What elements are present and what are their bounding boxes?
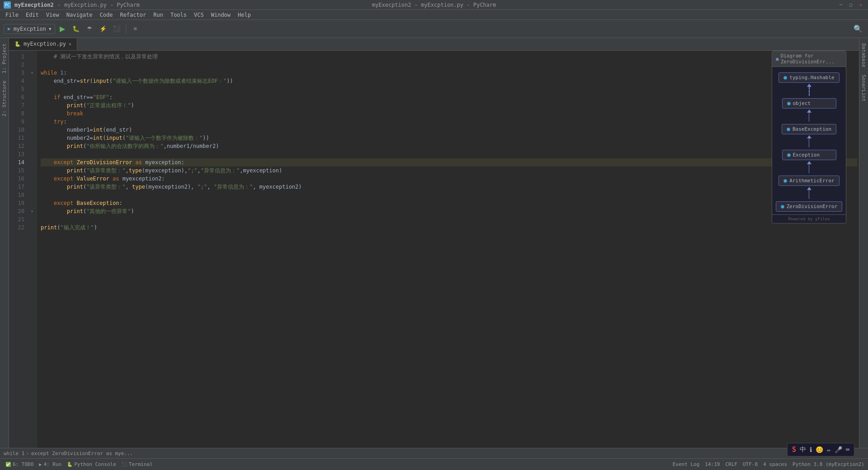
ime-toolbar: S 中 ℹ 😊 ✏️ 🎤 ⌨️ bbox=[787, 443, 854, 456]
code-line-6: if end_str=="EOF": bbox=[41, 93, 857, 101]
menu-help[interactable]: Help bbox=[234, 11, 255, 19]
code-line-1: # 测试一下发生异常的情况，以及异常处理 bbox=[41, 52, 857, 61]
ime-btn-emoji[interactable]: 😊 bbox=[816, 446, 823, 453]
code-line-21 bbox=[41, 215, 857, 223]
arrow-line bbox=[809, 87, 810, 96]
diagram-node-hashable[interactable]: typing.Hashable bbox=[778, 72, 839, 83]
ln-8: 8 bbox=[9, 109, 27, 118]
arrow-4 bbox=[807, 161, 811, 175]
run-button[interactable]: ▶ bbox=[56, 23, 69, 35]
maximize-button[interactable]: □ bbox=[847, 1, 854, 9]
profile-button[interactable]: ⚡ bbox=[97, 23, 109, 35]
node-dot bbox=[787, 128, 790, 131]
debug-button[interactable]: 🐛 bbox=[70, 23, 82, 35]
breadcrumb-part-1[interactable]: while 1 bbox=[4, 451, 24, 456]
code-line-12: print("你所输入的合法数字的商为：",number1/number2) bbox=[41, 142, 857, 150]
breadcrumb-sep-1: > bbox=[26, 451, 29, 456]
ln-14: 14 bbox=[9, 158, 27, 166]
crlf-indicator[interactable]: CRLF bbox=[725, 461, 737, 467]
gc-11 bbox=[27, 134, 37, 142]
gutter: ▾ ▾ bbox=[27, 51, 37, 448]
tab-file-icon: 🐍 bbox=[14, 41, 21, 47]
diagram-title-text: Diagram for ZeroDivisionErr... bbox=[781, 53, 842, 65]
ln-1: 1 bbox=[9, 52, 27, 61]
ime-btn-keyboard[interactable]: ⌨️ bbox=[846, 446, 849, 453]
run-tool-button[interactable]: ▶ 4: Run bbox=[37, 461, 63, 467]
close-button[interactable]: ✕ bbox=[857, 1, 864, 9]
ln-17: 17 bbox=[9, 183, 27, 191]
minimize-button[interactable]: ─ bbox=[837, 1, 844, 9]
diagram-node-zerodivisionerror[interactable]: ZeroDivisionError bbox=[776, 201, 843, 212]
terminal-button[interactable]: ⬛ Terminal bbox=[120, 461, 155, 467]
menu-file[interactable]: File bbox=[2, 11, 22, 19]
gc-8 bbox=[27, 109, 37, 118]
code-line-16: except ValueError as myexception2: bbox=[41, 175, 857, 183]
event-log-button[interactable]: Event Log bbox=[673, 461, 700, 467]
diagram-node-exception[interactable]: Exception bbox=[782, 150, 836, 160]
menu-vcs[interactable]: VCS bbox=[190, 11, 208, 19]
ln-11: 11 bbox=[9, 134, 27, 142]
stop-button[interactable]: ⬛ bbox=[110, 23, 123, 35]
code-line-3: while 1: bbox=[41, 69, 857, 77]
menu-edit[interactable]: Edit bbox=[22, 11, 42, 19]
menu-refactor[interactable]: Refactor bbox=[116, 11, 150, 19]
menu-window[interactable]: Window bbox=[208, 11, 234, 19]
indent-indicator[interactable]: 4 spaces bbox=[763, 461, 787, 467]
ime-btn-s[interactable]: S bbox=[792, 446, 796, 454]
diagram-node-arithmeticerror[interactable]: ArithmeticError bbox=[778, 176, 839, 186]
breadcrumb-bar: while 1 > except ZeroDivisionError as my… bbox=[0, 448, 868, 458]
breadcrumb-part-2[interactable]: except ZeroDivisionError as mye... bbox=[31, 451, 133, 456]
gc-3: ▾ bbox=[27, 69, 37, 77]
menu-code[interactable]: Code bbox=[96, 11, 117, 19]
app-icon: PC bbox=[4, 1, 11, 9]
ln-22: 22 bbox=[9, 223, 27, 232]
search-everywhere-button[interactable]: 🔍 bbox=[852, 23, 864, 35]
ime-btn-info[interactable]: ℹ bbox=[810, 446, 812, 453]
menu-view[interactable]: View bbox=[42, 11, 63, 19]
ln-15: 15 bbox=[9, 166, 27, 175]
ime-btn-mic[interactable]: 🎤 bbox=[835, 446, 842, 453]
todo-button[interactable]: ✅ 6: TODO bbox=[4, 461, 35, 467]
code-editor[interactable]: 1 2 3 4 5 6 7 8 9 10 11 12 13 14 15 16 1… bbox=[9, 51, 859, 448]
coverage-button[interactable]: ☂ bbox=[83, 23, 96, 35]
diagram-title[interactable]: ◼ Diagram for ZeroDivisionErr... bbox=[772, 51, 846, 67]
diagram-powered-by: Powered by yFiles bbox=[772, 214, 846, 223]
gc-6 bbox=[27, 93, 37, 101]
sidebar-item-sonarlint[interactable]: SonarLint bbox=[859, 71, 868, 105]
encoding-indicator[interactable]: UTF-8 bbox=[743, 461, 758, 467]
ime-btn-pen[interactable]: ✏️ bbox=[827, 446, 830, 453]
ln-5: 5 bbox=[9, 85, 27, 93]
sidebar-item-project[interactable]: 1: Project bbox=[0, 40, 9, 77]
run-config-selector[interactable]: ▶ myExcption ▼ bbox=[4, 24, 55, 34]
arrow-head bbox=[807, 161, 811, 164]
line-col-indicator[interactable]: 14:19 bbox=[705, 461, 720, 467]
code-line-13 bbox=[41, 150, 857, 158]
title-bar: PC myExecption2 - myExcption.py - PyChar… bbox=[0, 0, 868, 10]
gc-10 bbox=[27, 126, 37, 134]
diagram-node-baseexception[interactable]: BaseException bbox=[782, 124, 836, 134]
right-sidebar: Database SonarLint bbox=[859, 38, 868, 448]
code-line-22: print("输入完成！") bbox=[41, 223, 857, 232]
gc-13 bbox=[27, 150, 37, 158]
gc-15 bbox=[27, 166, 37, 175]
node-label-zerodivisionerror: ZeroDivisionError bbox=[787, 204, 838, 209]
python-console-button[interactable]: 🐍 Python Console bbox=[65, 461, 118, 467]
diagram-node-object[interactable]: object bbox=[782, 98, 836, 109]
menu-run[interactable]: Run bbox=[150, 11, 167, 19]
code-line-10: number1=int(end_str) bbox=[41, 126, 857, 134]
gc-1 bbox=[27, 52, 37, 61]
more-button[interactable]: ≡ bbox=[129, 23, 142, 35]
python-version-indicator[interactable]: Python 3.8 (myExcption2) bbox=[793, 461, 864, 467]
tab-close-button[interactable]: × bbox=[69, 42, 71, 47]
file-tab-myexcption[interactable]: 🐍 myExcption.py × bbox=[9, 38, 77, 50]
code-content[interactable]: # 测试一下发生异常的情况，以及异常处理 while 1: end_str=st… bbox=[37, 51, 859, 448]
ime-btn-cn[interactable]: 中 bbox=[800, 446, 806, 454]
code-line-11: number2=int(input("请输入一个数字作为被除数：")) bbox=[41, 134, 857, 142]
arrow-line bbox=[809, 138, 809, 147]
menu-tools[interactable]: Tools bbox=[167, 11, 190, 19]
ln-18: 18 bbox=[9, 191, 27, 199]
sidebar-item-structure[interactable]: 2: Structure bbox=[0, 77, 9, 120]
menu-navigate[interactable]: Navigate bbox=[63, 11, 96, 19]
arrow-head bbox=[807, 187, 811, 190]
sidebar-item-database[interactable]: Database bbox=[859, 40, 868, 71]
